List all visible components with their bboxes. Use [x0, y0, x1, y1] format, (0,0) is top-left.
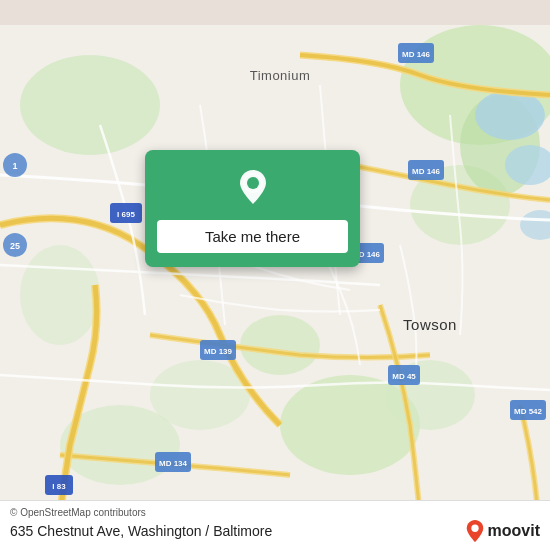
osm-attribution: © OpenStreetMap contributors: [10, 507, 540, 518]
address-text: 635 Chestnut Ave, Washington / Baltimore: [10, 523, 272, 539]
bottom-bar: © OpenStreetMap contributors 635 Chestnu…: [0, 500, 550, 550]
map-background: MD 146 MD 146 MD 146 I 695 MD 139 MD 45 …: [0, 0, 550, 550]
moovit-logo: moovit: [466, 520, 540, 542]
map-container: MD 146 MD 146 MD 146 I 695 MD 139 MD 45 …: [0, 0, 550, 550]
moovit-brand-name: moovit: [488, 522, 540, 540]
svg-point-38: [247, 177, 259, 189]
take-me-there-button[interactable]: Take me there: [157, 220, 348, 253]
svg-text:MD 146: MD 146: [412, 167, 441, 176]
svg-text:MD 139: MD 139: [204, 347, 233, 356]
svg-point-9: [20, 245, 100, 345]
svg-text:25: 25: [10, 241, 20, 251]
svg-point-10: [240, 315, 320, 375]
svg-text:MD 542: MD 542: [514, 407, 543, 416]
moovit-pin-icon: [466, 520, 484, 542]
svg-text:I 83: I 83: [52, 482, 66, 491]
svg-text:MD 45: MD 45: [392, 372, 416, 381]
location-pin-icon: [232, 166, 274, 212]
svg-point-40: [471, 525, 478, 532]
svg-text:Timonium: Timonium: [250, 68, 311, 83]
svg-text:I 695: I 695: [117, 210, 135, 219]
address-row: 635 Chestnut Ave, Washington / Baltimore…: [10, 520, 540, 542]
svg-text:Towson: Towson: [403, 316, 457, 333]
svg-text:MD 134: MD 134: [159, 459, 188, 468]
location-card: Take me there: [145, 150, 360, 267]
svg-text:MD 146: MD 146: [402, 50, 431, 59]
svg-point-1: [20, 55, 160, 155]
svg-text:1: 1: [12, 161, 17, 171]
